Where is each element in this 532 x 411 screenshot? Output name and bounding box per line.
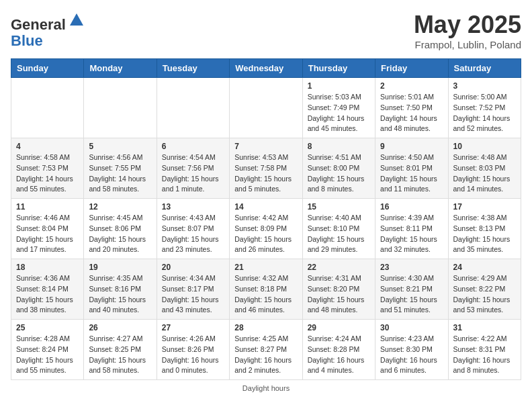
day-number: 4: [16, 142, 79, 151]
calendar-cell: 22Sunrise: 4:31 AM Sunset: 8:20 PM Dayli…: [302, 259, 375, 320]
day-number: 16: [380, 202, 443, 212]
day-number: 8: [308, 142, 370, 151]
day-info: Sunrise: 4:30 AM Sunset: 8:21 PM Dayligh…: [380, 273, 443, 316]
day-number: 14: [234, 202, 297, 212]
logo-icon: [67, 11, 86, 30]
calendar-cell: 4Sunrise: 4:58 AM Sunset: 7:53 PM Daylig…: [11, 138, 84, 199]
day-number: 22: [308, 263, 370, 272]
day-number: 19: [89, 263, 151, 272]
day-info: Sunrise: 4:56 AM Sunset: 7:55 PM Dayligh…: [89, 152, 151, 195]
calendar-week-4: 18Sunrise: 4:36 AM Sunset: 8:14 PM Dayli…: [11, 259, 521, 320]
day-info: Sunrise: 4:40 AM Sunset: 8:10 PM Dayligh…: [308, 213, 370, 255]
day-info: Sunrise: 4:53 AM Sunset: 7:58 PM Dayligh…: [234, 152, 297, 195]
calendar-cell: 26Sunrise: 4:27 AM Sunset: 8:25 PM Dayli…: [84, 320, 157, 380]
day-number: 27: [162, 323, 224, 332]
weekday-header-tuesday: Tuesday: [157, 59, 229, 78]
day-info: Sunrise: 4:43 AM Sunset: 8:07 PM Dayligh…: [162, 213, 224, 255]
calendar-cell: 6Sunrise: 4:54 AM Sunset: 7:56 PM Daylig…: [157, 138, 229, 199]
day-number: 29: [308, 323, 370, 332]
calendar-cell: 27Sunrise: 4:26 AM Sunset: 8:26 PM Dayli…: [157, 320, 229, 380]
day-info: Sunrise: 4:58 AM Sunset: 7:53 PM Dayligh…: [16, 152, 79, 195]
calendar-cell: 18Sunrise: 4:36 AM Sunset: 8:14 PM Dayli…: [11, 259, 84, 320]
day-number: 31: [453, 323, 516, 332]
day-number: 30: [380, 323, 443, 332]
calendar-cell: 17Sunrise: 4:38 AM Sunset: 8:13 PM Dayli…: [448, 199, 521, 259]
day-info: Sunrise: 4:25 AM Sunset: 8:27 PM Dayligh…: [234, 334, 297, 376]
day-info: Sunrise: 5:00 AM Sunset: 7:52 PM Dayligh…: [453, 92, 516, 134]
day-info: Sunrise: 4:50 AM Sunset: 8:01 PM Dayligh…: [380, 152, 443, 195]
calendar-cell: 7Sunrise: 4:53 AM Sunset: 7:58 PM Daylig…: [230, 138, 302, 199]
day-number: 6: [162, 142, 224, 151]
day-info: Sunrise: 4:32 AM Sunset: 8:18 PM Dayligh…: [234, 273, 297, 316]
calendar-cell: 16Sunrise: 4:39 AM Sunset: 8:11 PM Dayli…: [375, 199, 448, 259]
day-number: 1: [308, 81, 370, 91]
calendar-table: SundayMondayTuesdayWednesdayThursdayFrid…: [11, 58, 521, 380]
calendar-cell: 11Sunrise: 4:46 AM Sunset: 8:04 PM Dayli…: [11, 199, 84, 259]
day-number: 26: [89, 323, 151, 332]
day-number: 15: [308, 202, 370, 212]
day-info: Sunrise: 4:48 AM Sunset: 8:03 PM Dayligh…: [453, 152, 516, 195]
calendar-cell: [230, 78, 302, 138]
day-info: Sunrise: 4:27 AM Sunset: 8:25 PM Dayligh…: [89, 334, 151, 376]
day-number: 17: [453, 202, 516, 212]
calendar-cell: 24Sunrise: 4:29 AM Sunset: 8:22 PM Dayli…: [448, 259, 521, 320]
calendar-cell: 1Sunrise: 5:03 AM Sunset: 7:49 PM Daylig…: [302, 78, 375, 138]
day-number: 23: [380, 263, 443, 272]
day-number: 10: [453, 142, 516, 151]
day-number: 21: [234, 263, 297, 272]
day-info: Sunrise: 4:22 AM Sunset: 8:31 PM Dayligh…: [453, 334, 516, 376]
weekday-header-monday: Monday: [84, 59, 157, 78]
day-number: 7: [234, 142, 297, 151]
day-info: Sunrise: 4:36 AM Sunset: 8:14 PM Dayligh…: [16, 273, 79, 316]
day-number: 3: [453, 81, 516, 91]
calendar-cell: 28Sunrise: 4:25 AM Sunset: 8:27 PM Dayli…: [230, 320, 302, 380]
calendar-cell: 25Sunrise: 4:28 AM Sunset: 8:24 PM Dayli…: [11, 320, 84, 380]
weekday-header-saturday: Saturday: [448, 59, 521, 78]
calendar-cell: [84, 78, 157, 138]
day-info: Sunrise: 5:01 AM Sunset: 7:50 PM Dayligh…: [380, 92, 443, 134]
day-number: 5: [89, 142, 151, 151]
weekday-header-sunday: Sunday: [11, 59, 84, 78]
day-info: Sunrise: 4:45 AM Sunset: 8:06 PM Dayligh…: [89, 213, 151, 255]
day-info: Sunrise: 4:26 AM Sunset: 8:26 PM Dayligh…: [162, 334, 224, 376]
calendar-cell: [11, 78, 84, 138]
day-info: Sunrise: 4:54 AM Sunset: 7:56 PM Dayligh…: [162, 152, 224, 195]
day-number: 12: [89, 202, 151, 212]
calendar-week-2: 4Sunrise: 4:58 AM Sunset: 7:53 PM Daylig…: [11, 138, 521, 199]
day-info: Sunrise: 4:51 AM Sunset: 8:00 PM Dayligh…: [308, 152, 370, 195]
calendar-cell: 2Sunrise: 5:01 AM Sunset: 7:50 PM Daylig…: [375, 78, 448, 138]
day-info: Sunrise: 4:28 AM Sunset: 8:24 PM Dayligh…: [16, 334, 79, 376]
location: Frampol, Lublin, Poland: [414, 39, 521, 50]
day-number: 28: [234, 323, 297, 332]
logo-general-text: General: [11, 16, 66, 33]
calendar-cell: 30Sunrise: 4:23 AM Sunset: 8:30 PM Dayli…: [375, 320, 448, 380]
day-number: 9: [380, 142, 443, 151]
calendar-cell: 13Sunrise: 4:43 AM Sunset: 8:07 PM Dayli…: [157, 199, 229, 259]
weekday-header-friday: Friday: [375, 59, 448, 78]
title-block: May 2025 Frampol, Lublin, Poland: [414, 11, 521, 50]
day-number: 25: [16, 323, 79, 332]
day-info: Sunrise: 4:24 AM Sunset: 8:28 PM Dayligh…: [308, 334, 370, 376]
day-number: 18: [16, 263, 79, 272]
weekday-header-wednesday: Wednesday: [230, 59, 302, 78]
day-info: Sunrise: 4:38 AM Sunset: 8:13 PM Dayligh…: [453, 213, 516, 255]
day-info: Sunrise: 4:46 AM Sunset: 8:04 PM Dayligh…: [16, 213, 79, 255]
calendar-header-row: SundayMondayTuesdayWednesdayThursdayFrid…: [11, 59, 521, 78]
day-info: Sunrise: 4:42 AM Sunset: 8:09 PM Dayligh…: [234, 213, 297, 255]
svg-marker-0: [70, 13, 83, 26]
calendar-cell: [157, 78, 229, 138]
day-number: 24: [453, 263, 516, 272]
calendar-cell: 10Sunrise: 4:48 AM Sunset: 8:03 PM Dayli…: [448, 138, 521, 199]
calendar-cell: 3Sunrise: 5:00 AM Sunset: 7:52 PM Daylig…: [448, 78, 521, 138]
logo: General Blue: [11, 11, 86, 49]
day-info: Sunrise: 4:34 AM Sunset: 8:17 PM Dayligh…: [162, 273, 224, 316]
calendar-cell: 19Sunrise: 4:35 AM Sunset: 8:16 PM Dayli…: [84, 259, 157, 320]
day-info: Sunrise: 4:29 AM Sunset: 8:22 PM Dayligh…: [453, 273, 516, 316]
footer-note: Daylight hours: [11, 384, 521, 392]
month-title: May 2025: [414, 11, 521, 39]
day-number: 2: [380, 81, 443, 91]
page-header: General Blue May 2025 Frampol, Lublin, P…: [11, 11, 521, 50]
calendar-week-3: 11Sunrise: 4:46 AM Sunset: 8:04 PM Dayli…: [11, 199, 521, 259]
day-number: 20: [162, 263, 224, 272]
day-info: Sunrise: 4:23 AM Sunset: 8:30 PM Dayligh…: [380, 334, 443, 376]
